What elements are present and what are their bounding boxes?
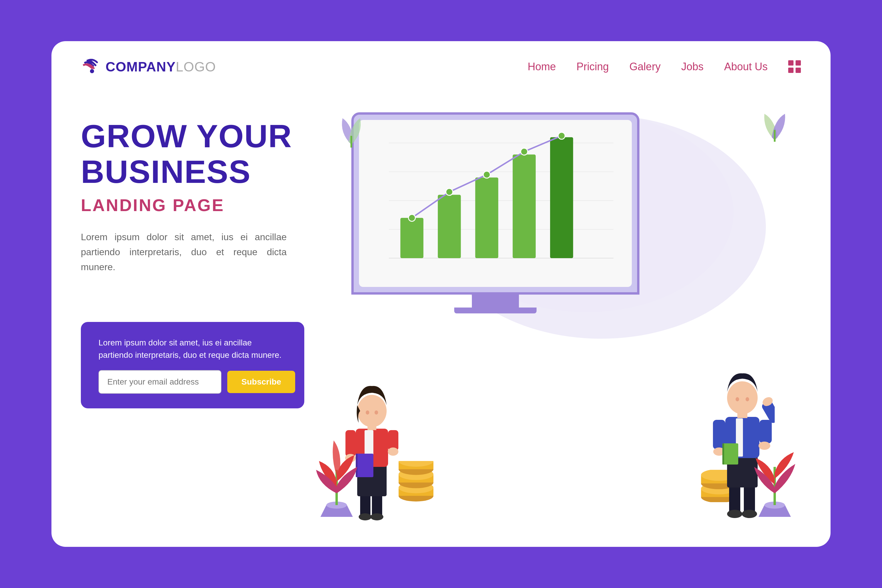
svg-point-17 xyxy=(558,132,565,140)
email-input[interactable] xyxy=(99,370,221,394)
monitor-screen xyxy=(359,120,632,287)
svg-point-73 xyxy=(746,397,749,401)
svg-rect-68 xyxy=(722,443,738,465)
svg-rect-79 xyxy=(774,130,776,142)
plant-top-right xyxy=(760,106,789,146)
logo-area: COMPANYLOGO xyxy=(81,57,216,77)
svg-point-52 xyxy=(357,395,387,427)
nav-home[interactable]: Home xyxy=(528,61,556,73)
svg-point-71 xyxy=(727,381,758,414)
navbar: COMPANYLOGO Home Pricing Galery Jobs Abo… xyxy=(51,41,831,77)
svg-rect-49 xyxy=(356,454,374,477)
svg-point-57 xyxy=(727,510,742,518)
svg-point-72 xyxy=(736,397,739,401)
svg-rect-55 xyxy=(729,484,740,514)
svg-rect-11 xyxy=(513,154,536,258)
hero-title: GROW YOUR BUSINESS xyxy=(81,118,316,189)
svg-point-53 xyxy=(366,410,369,414)
logo-text: COMPANYLOGO xyxy=(105,59,216,75)
svg-rect-78 xyxy=(351,136,352,148)
logo-company: COMPANY xyxy=(105,59,176,74)
nav-galery[interactable]: Galery xyxy=(630,61,661,73)
monitor-frame xyxy=(351,112,639,295)
svg-point-13 xyxy=(408,214,416,221)
svg-point-15 xyxy=(483,171,490,178)
email-form: Subscribe xyxy=(99,370,286,394)
nav-pricing[interactable]: Pricing xyxy=(576,61,609,73)
main-card: COMPANYLOGO Home Pricing Galery Jobs Abo… xyxy=(51,41,831,547)
monitor-stand xyxy=(472,295,519,308)
svg-rect-12 xyxy=(550,137,573,258)
logo-word: LOGO xyxy=(176,59,216,74)
hero-left: GROW YOUR BUSINESS LANDING PAGE Lorem ip… xyxy=(81,100,316,542)
monitor-base xyxy=(454,308,537,314)
svg-rect-9 xyxy=(438,195,461,258)
logo-icon xyxy=(81,57,101,77)
svg-point-0 xyxy=(90,69,94,73)
svg-rect-8 xyxy=(400,218,423,258)
email-box: Lorem ipsum dolor sit amet, ius ei ancil… xyxy=(81,322,304,408)
subscribe-button[interactable]: Subscribe xyxy=(227,371,295,393)
svg-point-40 xyxy=(358,513,372,520)
svg-point-54 xyxy=(375,410,378,414)
plant-right xyxy=(754,435,795,518)
svg-rect-38 xyxy=(360,494,370,517)
monitor xyxy=(351,112,639,314)
plant-left xyxy=(316,435,357,518)
hero-subtitle: LANDING PAGE xyxy=(81,195,316,215)
nav-jobs[interactable]: Jobs xyxy=(681,61,704,73)
svg-point-41 xyxy=(370,513,383,520)
svg-rect-10 xyxy=(475,178,498,258)
chart-svg xyxy=(359,120,632,287)
nav-about[interactable]: About Us xyxy=(724,61,768,73)
hero-section: GROW YOUR BUSINESS LANDING PAGE Lorem ip… xyxy=(51,77,831,542)
hero-illustration xyxy=(316,89,801,542)
svg-rect-39 xyxy=(372,494,382,517)
svg-rect-56 xyxy=(744,484,755,514)
nav-links: Home Pricing Galery Jobs About Us xyxy=(528,60,801,73)
svg-point-48 xyxy=(388,447,398,456)
hero-description: Lorem ipsum dolor sit amet, ius ei ancil… xyxy=(81,230,286,275)
email-box-text: Lorem ipsum dolor sit amet, ius ei ancil… xyxy=(99,337,286,362)
svg-point-14 xyxy=(446,189,453,195)
grid-menu-icon[interactable] xyxy=(788,60,801,73)
plant-top-left xyxy=(337,112,366,149)
svg-rect-69 xyxy=(722,443,724,465)
svg-point-16 xyxy=(520,148,528,155)
